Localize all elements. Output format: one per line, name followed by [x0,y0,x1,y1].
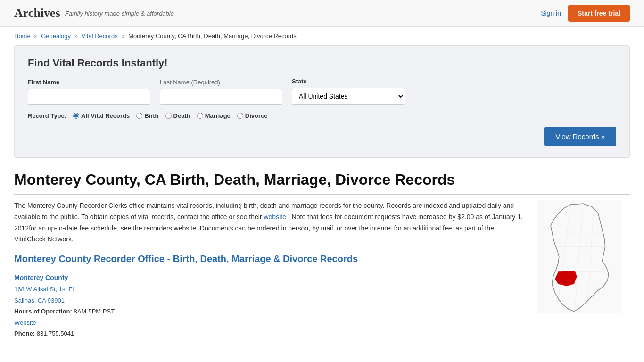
last-name-label: Last Name (Required) [160,79,282,86]
last-name-group: Last Name (Required) [160,79,282,105]
radio-birth-label: Birth [144,112,158,119]
breadcrumb: Home » Genealogy » Vital Records » Monte… [0,27,644,45]
radio-marriage[interactable] [197,113,203,119]
radio-death-label: Death [173,112,190,119]
body-paragraph: The Monterey County Recorder Clerks offi… [14,200,524,245]
breadcrumb-sep3: » [121,33,124,40]
state-label: State [292,78,405,85]
breadcrumb-home[interactable]: Home [14,33,31,40]
form-row-fields: First Name Last Name (Required) State Al… [28,78,616,105]
header-right: Sign in Start free trial [541,5,630,22]
phone-label: Phone: [14,330,35,337]
record-type-birth[interactable]: Birth [136,112,158,119]
hours-label: Hours of Operation: [14,308,72,315]
california-map [536,200,623,313]
ca-map-container [536,200,630,339]
breadcrumb-sep2: » [74,33,78,40]
recorder-office-heading: Monterey County Recorder Office - Birth,… [14,254,524,264]
main-content: Find Vital Records Instantly! First Name… [0,45,644,353]
breadcrumb-current: Monterey County, CA Birth, Death, Marria… [128,33,297,40]
start-trial-button[interactable]: Start free trial [568,5,630,22]
office-details: Monterey County 168 W Alisal St, 1st Fl … [14,272,524,339]
radio-birth[interactable] [136,113,142,119]
sign-in-link[interactable]: Sign in [541,9,561,17]
archives-logo: Archives [14,6,60,20]
required-tag: (Required) [191,79,220,86]
radio-divorce-label: Divorce [245,112,268,119]
state-select[interactable]: All United StatesAlabamaAlaskaArizonaArk… [292,88,405,105]
page-title: Monterey County, CA Birth, Death, Marria… [14,171,630,195]
first-name-input[interactable] [28,89,150,105]
office-website-link[interactable]: Website [14,319,36,326]
office-hours: Hours of Operation: 8AM-5PM PST [14,306,524,317]
form-bottom: View Records » [28,127,616,146]
office-address1: 168 W Alisal St, 1st Fl [14,284,524,295]
radio-all-vital-label: All Vital Records [81,112,130,119]
radio-divorce[interactable] [237,113,243,119]
radio-marriage-label: Marriage [205,112,231,119]
record-type-label: Record Type: [28,112,66,119]
record-type-marriage[interactable]: Marriage [197,112,231,119]
first-name-group: First Name [28,79,150,105]
last-name-input[interactable] [160,89,282,105]
record-type-row: Record Type: All Vital Records Birth Dea… [28,112,616,119]
first-name-label: First Name [28,79,150,86]
logo-tagline: Family history made simple & affordable [65,10,174,17]
content-area: The Monterey County Recorder Clerks offi… [14,200,630,339]
breadcrumb-genealogy[interactable]: Genealogy [41,33,71,40]
breadcrumb-vital-records[interactable]: Vital Records [82,33,118,40]
radio-all-vital[interactable] [73,113,79,119]
record-type-all-vital[interactable]: All Vital Records [73,112,130,119]
view-records-button[interactable]: View Records » [544,127,616,146]
record-type-death[interactable]: Death [165,112,190,119]
office-address2: Salinas, CA 93901 [14,295,524,306]
search-box: Find Vital Records Instantly! First Name… [14,45,630,158]
phone-value-text: 831.755.5041 [37,330,74,337]
website-link-inline[interactable]: website [264,213,286,221]
search-heading: Find Vital Records Instantly! [28,57,616,69]
header-left: Archives Family history made simple & af… [14,6,174,20]
breadcrumb-sep1: » [34,33,37,40]
header: Archives Family history made simple & af… [0,0,644,27]
hours-value-text: 8AM-5PM PST [74,308,115,315]
office-phone: Phone: 831.755.5041 [14,328,524,339]
state-group: State All United StatesAlabamaAlaskaAriz… [292,78,405,105]
record-type-divorce[interactable]: Divorce [237,112,268,119]
office-name: Monterey County [14,272,524,284]
radio-death[interactable] [165,113,172,119]
content-text: The Monterey County Recorder Clerks offi… [14,200,524,339]
